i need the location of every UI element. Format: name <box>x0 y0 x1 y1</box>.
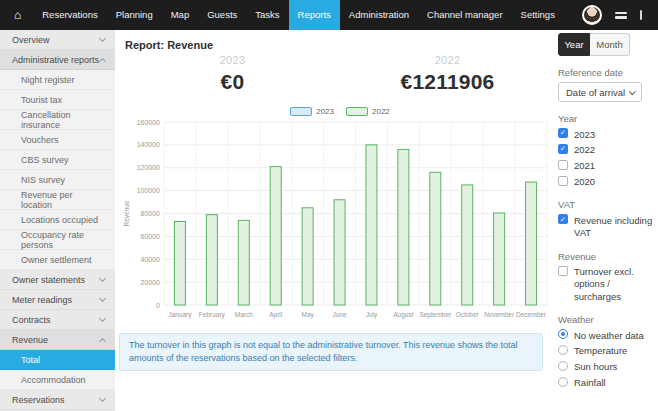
checkbox-checked-icon[interactable]: ✓ <box>558 144 568 154</box>
nav-item-map[interactable]: Map <box>162 0 198 30</box>
sidebar-item-reservations[interactable]: Reservations <box>0 390 115 410</box>
nav-item-reservations[interactable]: Reservations <box>33 0 106 30</box>
sidebar-item-label: CBS survey <box>21 155 69 165</box>
weather-radio-temperature[interactable]: Temperature <box>558 345 655 358</box>
sidebar-item-cancellation-insurance[interactable]: Cancellation insurance <box>0 110 115 130</box>
sidebar-item-revenue[interactable]: Revenue <box>0 330 115 350</box>
main-content: Report: Revenue 2023 €0 2022 €1211906 20… <box>115 30 658 411</box>
legend-item-2022[interactable]: 2022 <box>346 107 390 116</box>
year-checkbox-2020[interactable]: 2020 <box>558 176 655 189</box>
year-checkbox-2023[interactable]: ✓2023 <box>558 128 655 141</box>
sidebar-item-label: Cancellation insurance <box>21 110 105 130</box>
sidebar-item-administrative-reports[interactable]: Administrative reports <box>0 50 115 70</box>
sidebar-item-label: Revenue per location <box>21 190 105 210</box>
checkbox-label: 2022 <box>574 144 595 156</box>
reference-date-label: Reference date <box>558 67 655 78</box>
sidebar-item-accommodation[interactable]: Accommodation <box>0 370 115 390</box>
sidebar-item-contracts[interactable]: Contracts <box>0 310 115 330</box>
checkbox-icon[interactable] <box>558 266 568 276</box>
nav-item-planning[interactable]: Planning <box>107 0 162 30</box>
svg-text:0: 0 <box>156 302 160 309</box>
bar-2022-july <box>366 145 377 305</box>
sidebar-item-night-register[interactable]: Night register <box>0 70 115 90</box>
svg-text:April: April <box>269 311 283 319</box>
sidebar-item-locations-occupied[interactable]: Locations occupied <box>0 210 115 230</box>
sidebar-item-vouchers[interactable]: Vouchers <box>0 130 115 150</box>
sidebar-item-total[interactable]: Total <box>0 350 115 370</box>
nav-item-reports[interactable]: Reports <box>289 0 340 30</box>
weather-radio-rainfall[interactable]: Rainfall <box>558 377 655 390</box>
sidebar-item-overview[interactable]: Overview <box>0 30 115 50</box>
bar-2022-september <box>430 172 441 305</box>
sidebar-item-label: Total <box>21 355 40 365</box>
svg-text:160000: 160000 <box>137 119 160 126</box>
user-avatar[interactable] <box>582 5 602 25</box>
checkbox-icon[interactable] <box>558 176 568 186</box>
period-toggle: Year Month <box>558 33 655 56</box>
menu-icon[interactable] <box>615 12 627 19</box>
radio-icon[interactable] <box>558 377 568 387</box>
bar-2022-june <box>334 200 345 305</box>
filter-panel: Year Month Reference date Date of arriva… <box>558 33 655 392</box>
sidebar-item-label: Locations occupied <box>21 215 98 225</box>
radio-selected-icon[interactable] <box>558 329 568 339</box>
toggle-month-button[interactable]: Month <box>590 33 630 56</box>
nav-item-channel-manager[interactable]: Channel manager <box>418 0 512 30</box>
vat-checkbox-revenue-including-vat[interactable]: ✓Revenue including VAT <box>558 214 655 239</box>
sidebar-item-label: Administrative reports <box>12 55 99 65</box>
sidebar-item-label: Night register <box>21 75 75 85</box>
nav-item-administration[interactable]: Administration <box>340 0 418 30</box>
nav-item-guests[interactable]: Guests <box>198 0 246 30</box>
svg-text:August: August <box>393 311 413 319</box>
summary-amount: €1211906 <box>340 70 555 94</box>
sidebar-item-tourist-tax[interactable]: Tourist tax <box>0 90 115 110</box>
revenue-checkbox-turnover-excl-options-surcharges[interactable]: Turnover excl. options / surcharges <box>558 266 655 304</box>
summary-row: 2023 €0 2022 €1211906 <box>125 54 555 94</box>
svg-text:20000: 20000 <box>141 279 161 286</box>
sidebar-item-owner-settlement[interactable]: Owner settlement <box>0 250 115 270</box>
checkbox-label: 2023 <box>574 129 595 141</box>
svg-text:May: May <box>301 311 314 319</box>
kebab-icon[interactable] <box>640 10 642 20</box>
svg-text:December: December <box>516 311 547 318</box>
reference-date-select[interactable]: Date of arrival <box>558 82 642 102</box>
year-checkbox-2021[interactable]: 2021 <box>558 160 655 173</box>
vat-section-label: VAT <box>558 199 655 210</box>
toggle-year-button[interactable]: Year <box>558 33 590 56</box>
home-icon[interactable]: ⌂ <box>0 0 33 30</box>
svg-text:March: March <box>235 311 253 318</box>
sidebar-item-owner-statements[interactable]: Owner statements <box>0 270 115 290</box>
sidebar-item-label: Reservations <box>12 395 65 405</box>
summary-2023: 2023 €0 <box>125 54 340 94</box>
summary-2022: 2022 €1211906 <box>340 54 555 94</box>
nav-item-settings[interactable]: Settings <box>512 0 564 30</box>
sidebar-item-nis-survey[interactable]: NIS survey <box>0 170 115 190</box>
checkbox-icon[interactable] <box>558 160 568 170</box>
radio-label: Rainfall <box>574 377 606 389</box>
weather-radio-sun-hours[interactable]: Sun hours <box>558 361 655 374</box>
radio-icon[interactable] <box>558 361 568 371</box>
chevron-down-icon <box>99 314 106 321</box>
legend-swatch <box>346 107 368 116</box>
sidebar-item-label: NIS survey <box>21 175 65 185</box>
sidebar-item-occupancy-rate-persons[interactable]: Occupancy rate persons <box>0 230 115 250</box>
summary-amount: €0 <box>125 70 340 94</box>
weather-radio-no-weather-data[interactable]: No weather data <box>558 329 655 342</box>
reference-date-value: Date of arrival <box>566 87 625 98</box>
chevron-down-icon <box>629 88 635 94</box>
checkbox-checked-icon[interactable]: ✓ <box>558 214 568 224</box>
chevron-down-icon <box>99 394 106 401</box>
checkbox-checked-icon[interactable]: ✓ <box>558 128 568 138</box>
bar-2022-april <box>270 167 281 305</box>
year-checkbox-2022[interactable]: ✓2022 <box>558 144 655 157</box>
chevron-up-icon <box>99 57 106 64</box>
sidebar-item-cbs-survey[interactable]: CBS survey <box>0 150 115 170</box>
sidebar-item-revenue-per-location[interactable]: Revenue per location <box>0 190 115 210</box>
bar-2022-may <box>302 208 313 305</box>
sidebar-item-meter-readings[interactable]: Meter readings <box>0 290 115 310</box>
radio-icon[interactable] <box>558 345 568 355</box>
legend-item-2023[interactable]: 2023 <box>290 107 334 116</box>
bar-2022-march <box>238 220 249 305</box>
nav-item-tasks[interactable]: Tasks <box>246 0 288 30</box>
summary-year-label: 2023 <box>125 54 340 66</box>
